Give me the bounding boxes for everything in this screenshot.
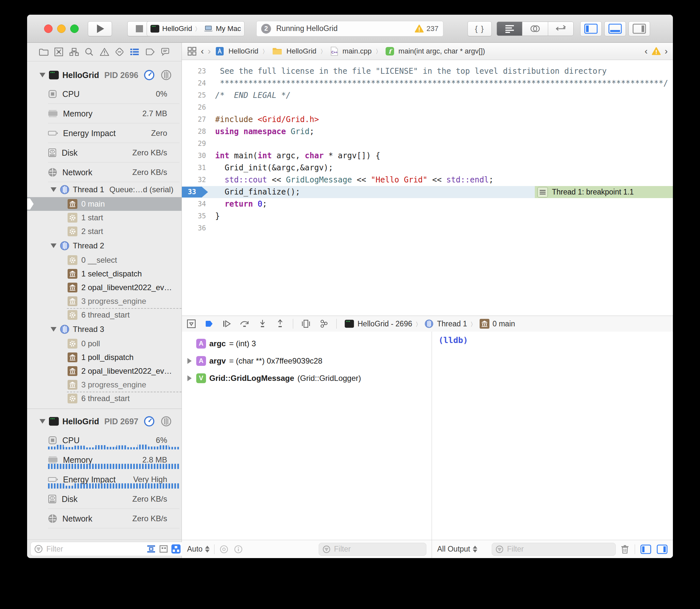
resource-row-energy-impact[interactable]: Energy ImpactVery High (27, 470, 182, 489)
thread-view-icon[interactable] (160, 70, 172, 81)
debug-crumb-frame[interactable]: 0 main (493, 319, 515, 328)
thread-queue-toggle-icon[interactable] (171, 544, 181, 554)
code-line[interactable]: 27#include <Grid/Grid.h> (182, 114, 673, 126)
activity-view[interactable]: 2 Running HelloGrid 237 (256, 21, 443, 37)
code-line[interactable]: 25/* END LEGAL */ (182, 89, 673, 102)
jump-crumb-project[interactable]: HelloGrid (228, 47, 259, 55)
disclosure-triangle-icon[interactable] (51, 327, 56, 332)
continue-icon[interactable] (222, 319, 232, 329)
stack-frame-row[interactable]: 0 main (27, 197, 182, 211)
source-editor[interactable]: 23 See the full license in the file "LIC… (182, 60, 673, 316)
variables-scope-select[interactable]: Auto (187, 545, 210, 554)
variable-row[interactable]: Aargc = (int) 3 (182, 335, 432, 352)
assistant-editor-button[interactable] (523, 22, 548, 36)
stack-frame-row[interactable]: 2 start (27, 225, 182, 238)
nav-report-navigator-button[interactable] (160, 48, 170, 56)
standard-editor-button[interactable] (497, 22, 523, 36)
nav-breakpoint-navigator-button[interactable] (145, 48, 155, 56)
code-line[interactable]: 35} (182, 210, 673, 222)
stack-frame-row[interactable]: 1 poll_dispatch (27, 350, 182, 364)
console-output[interactable]: (lldb) (432, 332, 673, 540)
console-filter-field[interactable] (492, 543, 616, 556)
disclosure-triangle-icon[interactable] (186, 358, 193, 364)
frames-filter-icon[interactable] (159, 544, 169, 554)
thread-row[interactable]: Thread 1Queue:…d (serial) (27, 182, 182, 197)
next-issue-button[interactable]: › (665, 47, 668, 56)
thread-view-icon[interactable] (160, 416, 172, 427)
code-line[interactable]: 33 Grid_finalize();Thread 1: breakpoint … (182, 186, 673, 198)
code-line[interactable]: 26 (182, 102, 673, 114)
zoom-button[interactable] (70, 24, 79, 33)
resource-row-memory[interactable]: Memory2.8 MB (27, 450, 182, 470)
process-row[interactable]: HelloGridPID 2697 (27, 412, 182, 431)
jump-crumb-symbol[interactable]: main(int argc, char * argv[]) (398, 47, 485, 55)
previous-issue-button[interactable]: ‹ (645, 47, 647, 56)
stack-frame-row[interactable]: 1 start (27, 211, 182, 225)
toggle-debug-area-button[interactable] (604, 21, 626, 36)
stack-frame-row[interactable]: 0 __select (27, 253, 182, 267)
minimize-button[interactable] (57, 24, 66, 33)
stack-frame-row[interactable]: 6 thread_start (27, 308, 182, 322)
version-editor-button[interactable] (548, 22, 573, 36)
memory-graph-icon[interactable] (319, 319, 328, 329)
performance-gauge-icon[interactable] (144, 416, 155, 427)
quicklook-icon[interactable] (219, 544, 229, 554)
disclosure-triangle-icon[interactable] (186, 375, 193, 381)
step-out-icon[interactable] (275, 319, 285, 329)
code-line[interactable]: 29 (182, 138, 673, 150)
performance-gauge-icon[interactable] (144, 70, 155, 81)
stack-frame-row[interactable]: 3 progress_engine (27, 294, 182, 308)
run-button[interactable] (88, 21, 112, 36)
issue-warning-icon[interactable] (652, 47, 661, 55)
debug-crumb-process[interactable]: HelloGrid - 2696 (358, 319, 412, 328)
breakpoint-annotation-menu-icon[interactable] (537, 187, 548, 197)
navigator-filter-input[interactable] (46, 544, 144, 554)
debug-symbols-filter-icon[interactable] (146, 544, 156, 554)
step-over-icon[interactable] (239, 319, 250, 329)
code-line[interactable]: 32 std::cout << GridLogMessage << "Hello… (182, 174, 673, 186)
disclosure-triangle-icon[interactable] (51, 187, 56, 192)
toggle-inspector-button[interactable] (629, 21, 650, 36)
stack-frame-row[interactable]: 1 select_dispatch (27, 267, 182, 281)
clear-console-icon[interactable] (620, 544, 630, 554)
console-scope-select[interactable]: All Output (437, 545, 477, 554)
show-variables-view-icon[interactable] (640, 544, 651, 554)
toggle-navigator-button[interactable] (580, 21, 602, 36)
hide-debug-area-icon[interactable] (186, 319, 196, 329)
debug-crumb-thread[interactable]: Thread 1 (437, 319, 467, 328)
resource-row-disk[interactable]: DiskZero KB/s (27, 489, 182, 509)
breakpoint-annotation[interactable]: Thread 1: breakpoint 1.1 (535, 186, 673, 198)
nav-search-navigator-button[interactable] (85, 47, 94, 56)
nav-project-navigator-button[interactable] (39, 48, 49, 56)
show-console-view-icon[interactable] (656, 544, 668, 554)
code-line[interactable]: 24 *************************************… (182, 77, 673, 89)
resource-row-energy-impact[interactable]: Energy ImpactZero (27, 123, 182, 143)
resource-row-memory[interactable]: Memory2.7 MB (27, 104, 182, 123)
disclosure-triangle-icon[interactable] (39, 73, 45, 77)
stack-frame-row[interactable]: 2 opal_libevent2022_ev… (27, 281, 182, 294)
navigator-filter-field[interactable] (30, 542, 184, 556)
process-row[interactable]: HelloGridPID 2696 (27, 66, 182, 84)
forward-button[interactable]: › (208, 47, 210, 56)
info-icon[interactable] (234, 544, 243, 554)
disclosure-triangle-icon[interactable] (39, 419, 45, 424)
resource-row-network[interactable]: NetworkZero KB/s (27, 509, 182, 528)
related-items-icon[interactable] (187, 46, 197, 56)
stack-frame-row[interactable]: 6 thread_start (27, 392, 182, 405)
code-line[interactable]: 30int main(int argc, char * argv[]) { (182, 150, 673, 162)
jump-crumb-file[interactable]: main.cpp (342, 47, 372, 55)
scheme-selector[interactable]: HelloGrid My Mac (147, 21, 244, 36)
variables-filter-field[interactable] (319, 543, 426, 556)
jump-crumb-folder[interactable]: HelloGrid (286, 47, 317, 55)
view-hierarchy-icon[interactable] (301, 319, 311, 329)
nav-source-control-navigator-button[interactable] (54, 47, 63, 56)
resource-row-cpu[interactable]: CPU0% (27, 84, 182, 104)
console-filter-input[interactable] (507, 544, 613, 554)
step-into-icon[interactable] (258, 319, 268, 329)
breakpoints-enabled-icon[interactable] (204, 319, 214, 329)
nav-debug-navigator-button[interactable] (130, 48, 139, 56)
code-line[interactable]: 23 See the full license in the file "LIC… (182, 65, 673, 77)
close-button[interactable] (44, 24, 53, 33)
warning-count[interactable]: 237 (415, 24, 439, 33)
variable-row[interactable]: VGrid::GridLogMessage (Grid::GridLogger) (182, 369, 432, 387)
